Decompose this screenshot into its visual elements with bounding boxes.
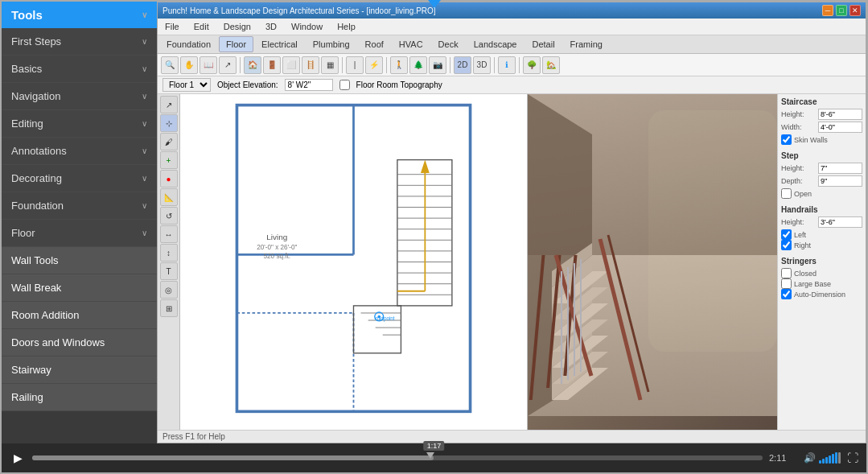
tab-foundation[interactable]: Foundation (159, 36, 218, 52)
tool-book[interactable]: 📖 (200, 56, 217, 74)
volume-icon[interactable]: 🔊 (804, 452, 816, 464)
tool-info[interactable]: ℹ (498, 56, 516, 74)
staircase-width-input[interactable] (818, 122, 862, 133)
tab-framing[interactable]: Framing (563, 36, 610, 52)
tab-roof[interactable]: Roof (358, 36, 391, 52)
sidebar-item-room-addition[interactable]: Room Addition (2, 302, 157, 329)
floor-selector[interactable]: Floor 1 (162, 78, 211, 92)
volume-bars[interactable] (819, 452, 841, 464)
menu-help[interactable]: Help (333, 20, 360, 33)
large-base-check[interactable] (781, 278, 792, 289)
sidebar-item-foundation[interactable]: Foundation ∨ (2, 192, 157, 220)
sidebar-item-stairway[interactable]: Stairway (2, 357, 157, 384)
tool-pipe[interactable]: | (346, 56, 364, 74)
minimize-button[interactable]: ─ (822, 5, 833, 16)
left-handrail-check[interactable] (781, 229, 792, 240)
sidebar-item-doors-windows[interactable]: Doors and Windows (2, 329, 157, 357)
step-height-input[interactable] (818, 163, 862, 174)
sidebar-item-first-steps[interactable]: First Steps ∨ (2, 28, 157, 56)
tool-mirror[interactable]: ↔ (160, 225, 178, 243)
sidebar-item-basics[interactable]: Basics ∨ (2, 56, 157, 83)
skin-walls-check[interactable] (781, 134, 792, 145)
tool-red-dot[interactable]: ● (160, 170, 178, 188)
tool-add-node[interactable]: + (160, 151, 178, 169)
sidebar-item-wall-break[interactable]: Wall Break (2, 274, 157, 302)
tab-landscape[interactable]: Landscape (467, 36, 525, 52)
menu-design[interactable]: Design (220, 20, 255, 33)
tool-measure[interactable]: 📐 (160, 188, 178, 206)
tool-select-arrow[interactable]: ↗ (160, 96, 178, 113)
menu-3d[interactable]: 3D (261, 20, 281, 33)
floor-plan-view[interactable]: Living 20'-0" x 26'-0" 520 sq.ft. midpoi… (180, 94, 528, 430)
play-button[interactable]: ▶ (10, 450, 26, 466)
step-depth-row: Depth: (781, 175, 862, 187)
menu-edit[interactable]: Edit (190, 20, 213, 33)
handrails-height-input[interactable] (818, 216, 862, 228)
stringers-label: Stringers (781, 257, 862, 266)
tool-person[interactable]: 🚶 (390, 56, 408, 74)
step-height-label: Height: (781, 164, 804, 172)
right-handrail-check[interactable] (781, 240, 792, 250)
status-bar: Press F1 for Help (158, 430, 866, 443)
sidebar-item-railing[interactable]: Railing (2, 384, 157, 411)
tool-wall[interactable]: 🏠 (244, 56, 261, 74)
svg-text:Living: Living (266, 233, 287, 241)
vol-bar-2 (822, 459, 825, 464)
staircase-height-input[interactable] (818, 109, 862, 120)
tool-select[interactable]: ↗ (219, 56, 237, 74)
tool-view3d[interactable]: 3D (473, 56, 491, 74)
closed-check[interactable] (781, 268, 792, 278)
tool-door[interactable]: 🚪 (263, 56, 281, 74)
tool-elec[interactable]: ⚡ (365, 56, 383, 74)
tool-flip[interactable]: ↕ (160, 244, 178, 262)
sidebar-item-wall-tools[interactable]: Wall Tools (2, 247, 157, 274)
tool-paint[interactable]: 🖌 (160, 133, 178, 150)
tool-text[interactable]: T (160, 262, 178, 280)
open-check[interactable] (781, 188, 792, 199)
elevation-input[interactable] (285, 79, 333, 91)
sidebar-item-editing[interactable]: Editing ∨ (2, 110, 157, 138)
tool-room[interactable]: ▦ (321, 56, 339, 74)
tool-tree[interactable]: 🌲 (409, 56, 427, 74)
close-button[interactable]: ✕ (849, 5, 861, 16)
tool-stairs[interactable]: 🪜 (302, 56, 319, 74)
handrails-label: Handrails (781, 205, 862, 214)
maximize-button[interactable]: □ (836, 5, 847, 16)
topography-check[interactable] (339, 80, 350, 90)
tab-plumbing[interactable]: Plumbing (306, 36, 357, 52)
sidebar-item-decorating[interactable]: Decorating ∨ (2, 165, 157, 192)
handrails-height-row: Height: (781, 216, 862, 228)
sidebar-header[interactable]: Tools ∨ (2, 2, 157, 28)
staircase-width-row: Width: (781, 122, 862, 133)
tool-grid[interactable]: ⊞ (160, 299, 178, 317)
progress-bar[interactable]: 1:17 (32, 455, 763, 460)
sidebar-item-navigation[interactable]: Navigation ∨ (2, 83, 157, 110)
auto-dim-check[interactable] (781, 289, 792, 299)
sidebar-item-annotations[interactable]: Annotations ∨ (2, 138, 157, 165)
tool-rotate[interactable]: ↺ (160, 207, 178, 225)
tool-view2d[interactable]: 2D (454, 56, 471, 74)
tool-camera-2d[interactable]: ◎ (160, 281, 178, 299)
tool-render[interactable]: 🏡 (542, 56, 560, 74)
step-depth-input[interactable] (818, 175, 862, 187)
staircase-section: Staircase Height: Width: S (781, 97, 862, 145)
tab-deck[interactable]: Deck (431, 36, 466, 52)
tool-hand[interactable]: ✋ (180, 56, 198, 74)
menu-window[interactable]: Window (287, 20, 327, 33)
tab-electrical[interactable]: Electrical (254, 36, 305, 52)
tab-hvac[interactable]: HVAC (392, 36, 430, 52)
tab-floor[interactable]: Floor (219, 36, 253, 52)
total-time: 2:11 (769, 453, 797, 463)
svg-text:20'-0" x 26'-0": 20'-0" x 26'-0" (257, 244, 297, 251)
menu-file[interactable]: File (161, 20, 183, 33)
tool-node-edit[interactable]: ⊹ (160, 114, 178, 132)
sidebar-item-label: Stairway (11, 364, 51, 376)
fullscreen-button[interactable]: ⛶ (847, 451, 858, 464)
tool-magnify[interactable]: 🔍 (161, 56, 179, 74)
tool-camera[interactable]: 📷 (429, 56, 446, 74)
tool-window[interactable]: ⬜ (282, 56, 300, 74)
chevron-icon: ∨ (142, 174, 147, 183)
sidebar-item-floor[interactable]: Floor ∨ (2, 220, 157, 247)
tab-detail[interactable]: Detail (525, 36, 562, 52)
tool-landscape[interactable]: 🌳 (523, 56, 541, 74)
